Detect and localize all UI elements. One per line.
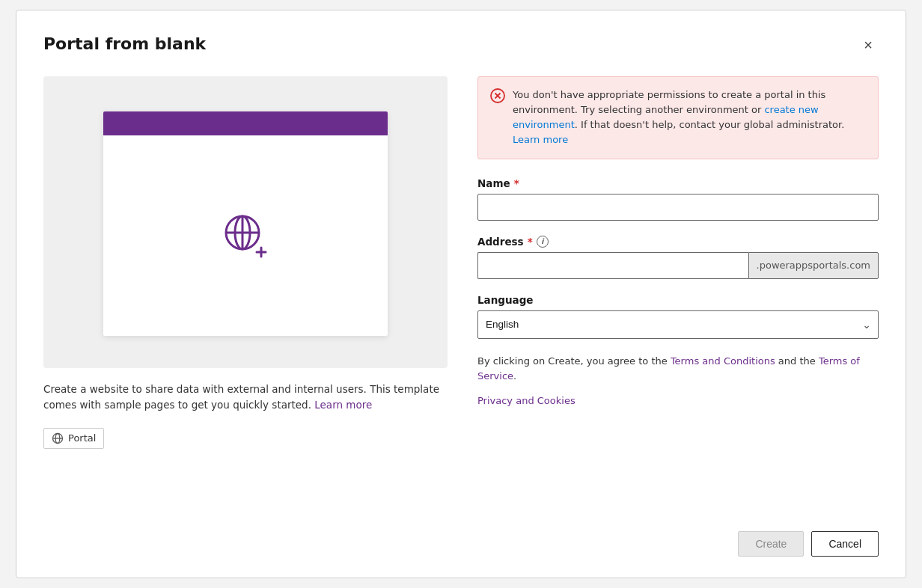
terms-conditions-link[interactable]: Terms and Conditions — [671, 355, 775, 367]
address-label: Address * i — [477, 236, 879, 248]
name-field-group: Name * — [477, 177, 879, 221]
left-panel: Create a website to share data with exte… — [43, 76, 448, 501]
address-suffix: .powerappsportals.com — [748, 252, 879, 279]
preview-bar — [103, 111, 388, 135]
language-select[interactable]: English French German Spanish Japanese C… — [477, 310, 879, 339]
learn-more-error-link[interactable]: Learn more — [513, 134, 568, 145]
error-icon — [490, 88, 505, 148]
dialog-body: Create a website to share data with exte… — [43, 76, 879, 501]
tag-row: Portal — [43, 428, 448, 449]
preview-content — [103, 135, 388, 336]
dialog-title: Portal from blank — [43, 34, 206, 53]
create-button[interactable]: Create — [738, 531, 804, 557]
error-message: You don't have appropriate permissions t… — [513, 88, 866, 148]
globe-plus-icon — [216, 206, 275, 266]
language-label: Language — [477, 294, 879, 306]
terms-text: By clicking on Create, you agree to the … — [477, 354, 879, 385]
privacy-cookies-link[interactable]: Privacy and Cookies — [477, 395, 879, 406]
portal-tag-label: Portal — [68, 432, 96, 444]
dialog-footer: Create Cancel — [43, 519, 879, 557]
portal-from-blank-dialog: Portal from blank × — [16, 10, 906, 578]
right-panel: You don't have appropriate permissions t… — [477, 76, 879, 501]
learn-more-link[interactable]: Learn more — [314, 399, 372, 411]
address-input[interactable] — [477, 252, 748, 279]
preview-inner — [103, 111, 388, 336]
address-required-star: * — [528, 236, 533, 248]
name-label: Name * — [477, 177, 879, 189]
cancel-button[interactable]: Cancel — [811, 531, 879, 557]
language-field-group: Language English French German Spanish J… — [477, 294, 879, 339]
address-field-group: Address * i .powerappsportals.com — [477, 236, 879, 279]
portal-tag: Portal — [43, 428, 104, 449]
tag-globe-icon — [52, 432, 64, 444]
name-required-star: * — [514, 177, 519, 189]
preview-box — [43, 76, 448, 368]
dialog-header: Portal from blank × — [43, 34, 879, 55]
address-info-icon[interactable]: i — [537, 236, 549, 248]
description-text: Create a website to share data with exte… — [43, 382, 448, 413]
name-input[interactable] — [477, 194, 879, 221]
error-banner: You don't have appropriate permissions t… — [477, 76, 879, 159]
language-select-wrapper: English French German Spanish Japanese C… — [477, 310, 879, 339]
close-button[interactable]: × — [858, 34, 879, 55]
address-row: .powerappsportals.com — [477, 252, 879, 279]
